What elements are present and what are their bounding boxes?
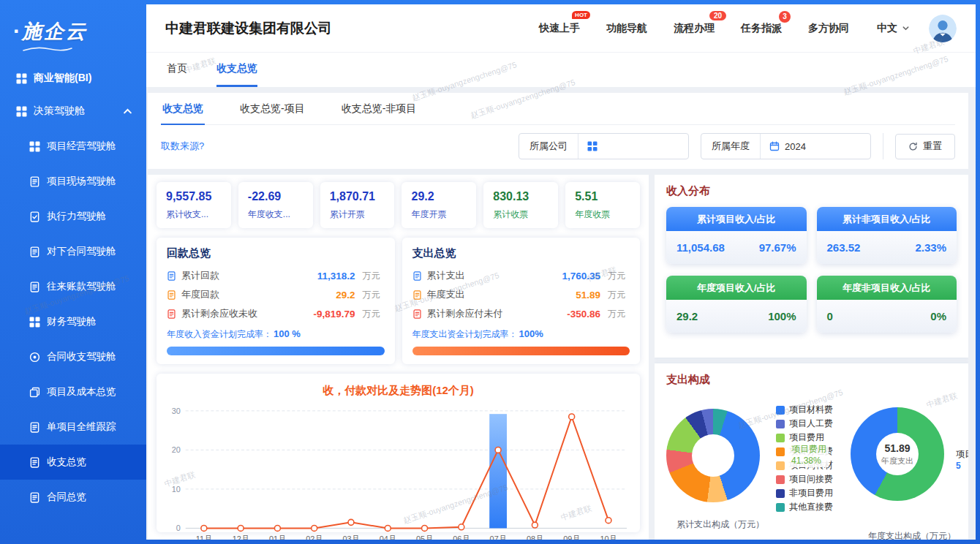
doc-icon <box>29 422 40 433</box>
clipped-callout-label: 项目 <box>956 448 968 460</box>
sub-tabs: 收支总览收支总览-项目收支总览-非项目 <box>161 93 955 125</box>
calendar-icon <box>769 141 780 151</box>
plan-label: 年度收入资金计划完成率： <box>167 329 272 339</box>
tab-2[interactable]: 收支总览 <box>216 53 257 87</box>
income-percent: 100% <box>768 310 796 322</box>
sidebar-item-3[interactable]: 执行力驾驶舱 <box>0 199 146 234</box>
svg-text:05月: 05月 <box>416 534 433 540</box>
income-card-header: 年度项目收入/占比 <box>666 276 807 300</box>
row-unit: 万元 <box>363 289 385 301</box>
language-switcher[interactable]: 中文 <box>877 22 910 35</box>
nav-item-3[interactable]: 20流程办理 <box>674 22 715 35</box>
legend-item-6[interactable]: 项目间接费 <box>776 474 833 485</box>
nav-item-4[interactable]: 3任务指派 <box>741 22 782 35</box>
svg-text:12月: 12月 <box>233 534 249 540</box>
subtab-1[interactable]: 收支总览 <box>161 93 205 125</box>
grid-icon <box>16 73 27 84</box>
sidebar-item-label: 项目经营驾驶舱 <box>47 140 116 153</box>
row-value: -350.86 <box>567 309 600 320</box>
app-window: · 施企云 商业智能(BI) 决策驾驶舱 项目经营驾驶舱项目现场驾驶舱执行力驾驶… <box>0 0 980 544</box>
clipped-callout: 项目 5 <box>956 448 968 472</box>
collection-overview-title: 回款总览 <box>167 246 385 260</box>
legend-label: 项目人工费 <box>789 418 833 430</box>
stats-row: 9,557.85累计收支...-22.69年度收支...1,870.71累计开票… <box>157 182 640 228</box>
stat-value: 9,557.85 <box>166 190 227 203</box>
income-card-body: 00% <box>817 300 957 333</box>
income-card-header: 累计项目收入/占比 <box>666 207 807 231</box>
nav-item-label: 流程办理 <box>674 22 715 34</box>
expense-overview-card: 支出总览 累计支出1,760.35万元年度支出51.89万元累计剩余应付未付-3… <box>402 238 641 364</box>
reset-label: 重置 <box>923 140 942 153</box>
year-filter[interactable]: 所属年度 2024 <box>701 133 871 159</box>
tab-label: 首页 <box>167 62 187 75</box>
sidebar-group-cockpit[interactable]: 决策驾驶舱 <box>0 94 146 129</box>
sidebar-item-1[interactable]: 项目经营驾驶舱 <box>0 129 146 164</box>
stat-label: 累计收票 <box>493 208 554 221</box>
stat-card-1: 9,557.85累计收支... <box>157 182 231 228</box>
legend-item-1[interactable]: 项目材料费 <box>776 404 833 415</box>
legend-swatch <box>776 406 785 415</box>
target-icon <box>29 352 40 363</box>
collection-overview-card: 回款总览 累计回款11,318.2万元年度回款29.2万元累计剩余应收未收-9,… <box>157 238 395 364</box>
sidebar-section-label: 商业智能(BI) <box>34 72 91 85</box>
svg-text:20: 20 <box>172 445 181 454</box>
sidebar-section-bi[interactable]: 商业智能(BI) <box>0 63 146 94</box>
trend-chart-title: 收，付款对比及走势图(12个月) <box>161 384 636 398</box>
tab-label: 收支总览 <box>216 62 257 75</box>
logo-text: 施企云 <box>22 18 88 45</box>
income-card-body: 11,054.6897.67% <box>666 231 807 264</box>
user-avatar[interactable] <box>929 15 957 42</box>
sidebar-item-5[interactable]: 往来账款驾驶舱 <box>0 269 146 304</box>
sidebar-item-2[interactable]: 项目现场驾驶舱 <box>0 164 146 199</box>
company-filter[interactable]: 所属公司 <box>519 133 689 159</box>
reset-wrap: 重置 <box>883 133 955 159</box>
income-dist-card-3: 年度项目收入/占比29.2100% <box>666 276 807 333</box>
sidebar-item-10[interactable]: 收支总览 <box>0 445 146 480</box>
stat-label: 年度收支... <box>248 208 309 221</box>
nav-item-1[interactable]: HOT快速上手 <box>539 22 580 35</box>
nav-item-label: 任务指派 <box>741 22 782 34</box>
sidebar-item-4[interactable]: 对下合同驾驶舱 <box>0 234 146 269</box>
legend-item-7[interactable]: 非项目费用 <box>776 488 833 499</box>
yearly-expense-value: 51.89 <box>884 442 910 454</box>
reset-button[interactable]: 重置 <box>895 134 955 159</box>
sidebar-item-label: 合同收支驾驶舱 <box>47 350 116 363</box>
subtab-2[interactable]: 收支总览-项目 <box>238 93 306 125</box>
income-dist-card-2: 累计非项目收入/占比263.522.33% <box>817 207 957 264</box>
content-area: 收支总览收支总览-项目收支总览-非项目 取数来源? 所属公司 所属年度 <box>146 87 976 540</box>
doc-icon <box>29 282 40 292</box>
sidebar-item-9[interactable]: 单项目全维跟踪 <box>0 409 146 445</box>
sidebar-item-7[interactable]: 合同收支驾驶舱 <box>0 339 146 374</box>
app-logo: · 施企云 <box>0 0 146 63</box>
income-percent: 0% <box>930 310 946 322</box>
check-doc-icon <box>29 211 40 222</box>
income-dist-card-4: 年度非项目收入/占比00% <box>817 276 957 333</box>
doc-icon <box>167 271 176 281</box>
sidebar-item-11[interactable]: 合同总览 <box>0 480 146 515</box>
expense-rows: 累计支出1,760.35万元年度支出51.89万元累计剩余应付未付-350.86… <box>412 266 630 323</box>
top-header: 中建君联建设集团有限公司 HOT快速上手功能导航20流程办理3任务指派多方协同 … <box>146 4 976 53</box>
row-value: 11,318.2 <box>317 271 355 282</box>
tab-1[interactable]: 首页 <box>167 53 187 87</box>
sidebar-item-6[interactable]: 财务驾驶舱 <box>0 304 146 339</box>
dashboard-columns: 9,557.85累计收支...-22.69年度收支...1,870.71累计开票… <box>148 175 968 540</box>
yearly-donut-caption: 年度支出构成（万元） <box>868 530 956 540</box>
cumulative-donut-caption: 累计支出构成（万元） <box>676 518 764 531</box>
sidebar-item-label: 财务驾驶舱 <box>47 315 97 328</box>
nav-item-2[interactable]: 功能导航 <box>606 22 647 35</box>
sidebar-item-label: 合同总览 <box>47 491 86 504</box>
filter-row: 取数来源? 所属公司 所属年度 2024 <box>161 125 955 169</box>
sidebar-item-8[interactable]: 项目及成本总览 <box>0 374 146 409</box>
legend-item-3[interactable]: 项目费用 <box>776 432 833 443</box>
yearly-expense-donut-wrap: 51.89 年度支出 <box>851 407 944 501</box>
legend-item-8[interactable]: 其他直接费 <box>776 502 833 513</box>
stat-card-5: 830.13累计收票 <box>483 182 558 228</box>
nav-item-5[interactable]: 多方协同 <box>808 22 849 35</box>
filter-block: 收支总览收支总览-项目收支总览-非项目 取数来源? 所属公司 所属年度 <box>148 93 968 169</box>
data-source-link[interactable]: 取数来源? <box>161 140 204 153</box>
svg-text:04月: 04月 <box>380 534 396 540</box>
legend-item-2[interactable]: 项目人工费 <box>776 418 833 429</box>
expense-progress-bar <box>412 347 630 355</box>
subtab-3[interactable]: 收支总览-非项目 <box>340 93 418 125</box>
row-unit: 万元 <box>608 270 630 282</box>
